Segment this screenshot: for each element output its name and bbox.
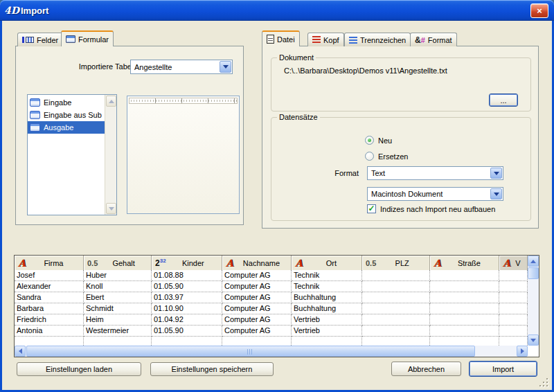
chevron-down-icon[interactable] bbox=[490, 188, 502, 199]
table-cell: Westermeier bbox=[84, 326, 152, 337]
column-header-kinder[interactable]: 232 Kinder bbox=[152, 256, 222, 270]
list-item-eingabe-aus-sub[interactable]: Eingabe aus Sub bbox=[28, 109, 105, 121]
tab-formular[interactable]: Formular bbox=[61, 30, 114, 46]
column-label: Straße bbox=[441, 259, 497, 267]
column-header-v-clipped[interactable]: A V bbox=[499, 256, 528, 270]
chevron-down-icon[interactable] bbox=[490, 168, 502, 179]
column-header-ort[interactable]: A Ort bbox=[292, 256, 362, 270]
table-cell: Heim bbox=[84, 314, 152, 326]
import-table-select[interactable]: Angestellte bbox=[130, 60, 233, 74]
format-select[interactable]: Text bbox=[367, 166, 503, 180]
column-header-strasse[interactable]: A Straße bbox=[430, 256, 499, 270]
column-label: PLZ bbox=[376, 259, 428, 267]
resize-grip[interactable] bbox=[539, 378, 548, 387]
table-vertical-scrollbar[interactable] bbox=[528, 256, 539, 346]
list-item-ausgabe-selected[interactable]: Ausgabe bbox=[28, 121, 105, 134]
document-group-label: Dokument bbox=[277, 53, 316, 62]
delimiter-lines-icon bbox=[349, 37, 357, 44]
data-preview-table: A Firma 0.5 Gehalt 232 Kinder A Nachname bbox=[14, 255, 539, 357]
table-row: Barbara Schmidt 01.10.90 Computer AG Buc… bbox=[15, 303, 528, 314]
load-settings-button[interactable]: Einstellungen laden bbox=[17, 362, 141, 376]
table-cell bbox=[430, 292, 499, 303]
document-group: Dokument C:\..\Barbara\Desktop\Demos v11… bbox=[271, 57, 531, 112]
table-cell: Vertrieb bbox=[292, 326, 362, 337]
list-item-eingabe[interactable]: Eingabe bbox=[28, 96, 105, 109]
table-cell: 01.05.90 bbox=[152, 326, 222, 337]
table-cell: Computer AG bbox=[222, 270, 292, 281]
table-cell bbox=[499, 292, 528, 303]
column-header-firma[interactable]: A Firma bbox=[15, 256, 84, 270]
column-label: Kinder bbox=[166, 259, 220, 267]
format-label: Format bbox=[292, 169, 359, 177]
datei-tab-page: Dokument C:\..\Barbara\Desktop\Demos v11… bbox=[262, 46, 539, 229]
radio-replace-label: Ersetzen bbox=[378, 152, 408, 161]
table-cell: Schmidt bbox=[84, 303, 152, 314]
cancel-button[interactable]: Abbrechen bbox=[391, 362, 461, 376]
list-item-label: Ausgabe bbox=[44, 123, 73, 132]
scroll-down-button[interactable] bbox=[106, 203, 116, 214]
arrow-up-icon bbox=[530, 257, 536, 263]
alpha-type-icon: A bbox=[226, 258, 233, 268]
form-preview bbox=[127, 96, 240, 214]
chevron-down-icon[interactable] bbox=[220, 61, 231, 73]
close-button[interactable]: × bbox=[530, 3, 548, 18]
table-cell bbox=[499, 314, 528, 326]
scroll-up-button[interactable] bbox=[528, 256, 539, 267]
horizontal-scroll-thumb[interactable] bbox=[26, 346, 475, 357]
list-vertical-scrollbar[interactable] bbox=[105, 95, 116, 215]
alpha-type-icon: A bbox=[295, 258, 303, 268]
alpha-type-icon: A bbox=[18, 258, 26, 268]
scroll-right-button[interactable] bbox=[517, 346, 528, 357]
form-list[interactable]: Eingabe Eingabe aus Sub Ausgabe bbox=[27, 94, 117, 215]
list-item-label: Eingabe bbox=[44, 98, 71, 107]
table-cell bbox=[430, 314, 499, 326]
table-cell: Computer AG bbox=[222, 314, 292, 326]
table-row: Antonia Westermeier 01.05.90 Computer AG… bbox=[15, 326, 528, 337]
table-cell bbox=[362, 270, 430, 281]
scroll-up-button[interactable] bbox=[106, 96, 116, 107]
save-settings-button[interactable]: Einstellungen speichern bbox=[150, 362, 274, 376]
alpha-type-icon: A bbox=[503, 258, 510, 268]
column-header-gehalt[interactable]: 0.5 Gehalt bbox=[84, 256, 152, 270]
title-bar[interactable]: 4D Import × bbox=[0, 0, 554, 21]
scroll-left-button[interactable] bbox=[15, 346, 26, 357]
document-icon bbox=[267, 35, 274, 44]
tab-label: Trennzeichen bbox=[360, 36, 406, 44]
rebuild-indexes-checkbox[interactable]: ✓ bbox=[367, 204, 376, 213]
table-row: Alexander Knoll 01.05.90 Computer AG Tec… bbox=[15, 281, 528, 292]
table-cell: Computer AG bbox=[222, 303, 292, 314]
tab-felder[interactable]: Felder bbox=[17, 33, 63, 46]
vertical-scroll-thumb[interactable] bbox=[528, 267, 539, 279]
radio-new[interactable] bbox=[365, 136, 374, 145]
tab-datei[interactable]: Datei bbox=[262, 30, 300, 46]
table-horizontal-scrollbar[interactable] bbox=[15, 346, 528, 357]
table-row: Josef Huber 01.08.88 Computer AG Technik bbox=[15, 270, 528, 281]
arrow-down-icon bbox=[109, 207, 114, 213]
tab-kopf[interactable]: Kopf bbox=[307, 33, 344, 46]
table-cell bbox=[430, 326, 499, 337]
browse-button[interactable]: ... bbox=[489, 93, 518, 107]
arrow-up-icon bbox=[109, 97, 114, 103]
column-header-nachname[interactable]: A Nachname bbox=[222, 256, 292, 270]
tab-label: Format bbox=[428, 36, 452, 44]
table-cell: Buchhaltung bbox=[292, 303, 362, 314]
form-window-icon bbox=[66, 35, 75, 43]
table-cell: Huber bbox=[84, 270, 152, 281]
form-icon bbox=[30, 123, 40, 132]
scroll-down-button[interactable] bbox=[528, 335, 539, 346]
tab-format[interactable]: &# Format bbox=[410, 33, 457, 46]
table-cell bbox=[499, 303, 528, 314]
list-item-label: Eingabe aus Sub bbox=[44, 111, 102, 119]
format-symbols-icon: &# bbox=[415, 35, 425, 45]
header-lines-icon bbox=[312, 36, 321, 44]
radio-replace[interactable] bbox=[365, 152, 374, 161]
table-cell bbox=[499, 281, 528, 292]
records-group-label: Datensätze bbox=[277, 113, 320, 121]
encoding-value: Macintosh Dokument bbox=[368, 190, 490, 198]
column-header-plz[interactable]: 0.5 PLZ bbox=[362, 256, 430, 270]
import-button[interactable]: Import bbox=[469, 361, 537, 377]
tab-trennzeichen[interactable]: Trennzeichen bbox=[344, 33, 411, 46]
rebuild-indexes-label: Indizes nach Import neu aufbauen bbox=[380, 205, 495, 213]
table-cell bbox=[362, 314, 430, 326]
encoding-select[interactable]: Macintosh Dokument bbox=[367, 187, 503, 201]
